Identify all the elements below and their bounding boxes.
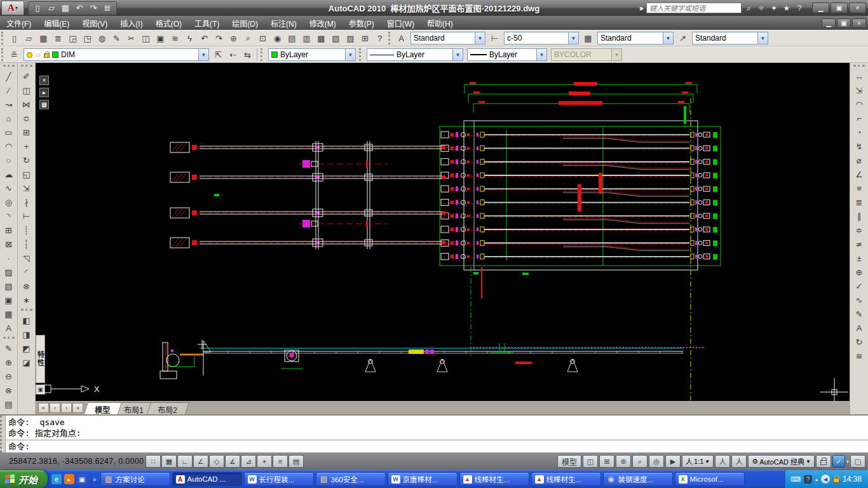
- pan-icon[interactable]: ⊛: [616, 455, 631, 468]
- minimize-button[interactable]: ▁: [812, 3, 829, 13]
- toolbar-grip[interactable]: [388, 32, 393, 44]
- ordinate-dim-icon[interactable]: ⌐: [851, 111, 867, 125]
- restore-button[interactable]: ▣: [831, 3, 848, 13]
- infocenter-expand-icon[interactable]: ▶: [640, 5, 644, 11]
- multileader-style-combo[interactable]: Standard▼: [692, 32, 768, 44]
- osnap-toggle[interactable]: ◇: [209, 455, 224, 468]
- mtext-icon[interactable]: A: [1, 321, 17, 335]
- extend-icon[interactable]: ⊢: [19, 209, 34, 223]
- layer-properties-manager-icon[interactable]: ≞: [7, 48, 22, 62]
- join-icon[interactable]: ∗: [19, 293, 34, 307]
- diameter-dim-icon[interactable]: ⌀: [851, 153, 867, 167]
- copy-clip-icon[interactable]: ◫: [139, 31, 153, 45]
- search-icon[interactable]: ⌕: [743, 4, 754, 13]
- favorites-icon[interactable]: ★: [782, 4, 792, 13]
- aligned-dim-icon[interactable]: ⇲: [851, 83, 867, 97]
- undo-icon[interactable]: ↶: [73, 3, 86, 14]
- paste-icon[interactable]: ▣: [153, 31, 168, 45]
- ducs-toggle[interactable]: ⊿: [241, 455, 256, 468]
- zoom-realtime-icon[interactable]: ⌕: [241, 31, 255, 45]
- menu-item[interactable]: 绘图(D): [226, 16, 264, 30]
- redo-icon[interactable]: ↷: [212, 31, 226, 45]
- showmotion-icon[interactable]: ▶: [665, 455, 681, 468]
- quick-launch-overflow-icon[interactable]: »: [92, 476, 98, 483]
- point-icon[interactable]: ∙: [1, 251, 17, 265]
- zoom-window-icon[interactable]: ⊡: [255, 31, 270, 45]
- doc-restore-button[interactable]: ▣: [837, 18, 851, 28]
- annotation-visibility-icon[interactable]: 人: [715, 455, 730, 468]
- toolbar-grip[interactable]: [261, 48, 265, 61]
- ie-icon[interactable]: e: [51, 474, 62, 484]
- open-icon[interactable]: ▱: [22, 31, 36, 45]
- hide-icons-chevron[interactable]: ◀: [821, 475, 830, 484]
- taskbar-window-button[interactable]: 线棒材生...: [459, 472, 529, 486]
- layer-previous-icon[interactable]: ⇠: [226, 48, 240, 62]
- toolbar-grip[interactable]: [3, 337, 15, 340]
- subscription-icon[interactable]: ✧: [756, 4, 766, 13]
- tray-arrow-icon[interactable]: ▴: [815, 477, 818, 482]
- plot-icon[interactable]: ≣: [51, 31, 65, 45]
- toolbar-grip[interactable]: [3, 65, 15, 68]
- close-reference-icon[interactable]: ⊗: [1, 383, 17, 397]
- fillet-icon[interactable]: ◜: [19, 265, 34, 279]
- circle-icon[interactable]: ○: [1, 153, 17, 167]
- dim-style-icon[interactable]: ≋: [851, 349, 867, 363]
- first-tab-button[interactable]: «: [38, 403, 49, 413]
- toolbar-lock-icon[interactable]: [816, 455, 831, 468]
- chevron-down-icon[interactable]: ▼: [198, 49, 208, 60]
- application-menu-button[interactable]: A▾: [1, 1, 24, 15]
- taskbar-window-button[interactable]: 360安全...: [316, 472, 386, 486]
- menu-item[interactable]: 窗口(W): [381, 16, 421, 30]
- linetype-combo[interactable]: ByLayer ▼: [367, 48, 463, 61]
- erase-icon[interactable]: ✐: [19, 69, 34, 83]
- arc-icon[interactable]: ◠: [1, 139, 17, 153]
- next-tab-button[interactable]: ›: [61, 403, 72, 413]
- edit-reference-icon[interactable]: ✎: [1, 341, 17, 355]
- doc-close-button[interactable]: ×: [852, 18, 866, 28]
- snap-toggle[interactable]: ∷: [146, 455, 161, 468]
- tool-palettes-icon[interactable]: ▩: [314, 31, 329, 45]
- annotation-scale-button[interactable]: 人 1:1 ▼: [682, 455, 714, 468]
- center-mark-icon[interactable]: ⊕: [851, 265, 867, 279]
- make-object-layer-current-icon[interactable]: ⇱: [211, 48, 226, 62]
- menu-item[interactable]: 格式(O): [149, 16, 188, 30]
- region-icon[interactable]: ▣: [1, 293, 17, 307]
- zoom-previous-icon[interactable]: ◉: [270, 31, 285, 45]
- gradient-icon[interactable]: ▧: [1, 279, 17, 293]
- chevron-down-icon[interactable]: ▼: [475, 32, 485, 44]
- save-icon[interactable]: ▦: [59, 3, 72, 14]
- plot-preview-icon[interactable]: ◲: [65, 31, 80, 45]
- layer-translate-icon[interactable]: ⇆: [240, 48, 255, 62]
- offset-icon[interactable]: ≎: [19, 111, 34, 125]
- dim-break-icon[interactable]: ≄: [851, 237, 867, 251]
- table-icon[interactable]: ▦: [1, 307, 17, 321]
- new-icon[interactable]: ▯: [7, 31, 22, 45]
- auto-annotation-scale-icon[interactable]: 人: [731, 455, 747, 468]
- array-icon[interactable]: ⊞: [19, 125, 34, 139]
- mirror-icon[interactable]: ⋈: [19, 97, 34, 111]
- taskbar-window-button[interactable]: 方案讨论: [100, 472, 170, 486]
- line-icon[interactable]: ╱: [1, 69, 17, 83]
- toolbar-grip[interactable]: [21, 65, 32, 68]
- chamfer-icon[interactable]: ◹: [19, 251, 34, 265]
- make-block-icon[interactable]: ⊠: [1, 237, 17, 251]
- lineweight-combo[interactable]: ByLayer ▼: [467, 48, 547, 61]
- markup-set-icon[interactable]: ▨: [343, 31, 358, 45]
- properties-icon[interactable]: ▤: [285, 31, 299, 45]
- color-combo[interactable]: ByLayer ▼: [268, 48, 356, 61]
- movie-icon[interactable]: ▣: [77, 474, 87, 484]
- start-button[interactable]: 开始: [0, 470, 48, 488]
- hatch-icon[interactable]: ▨: [1, 265, 17, 279]
- quick-properties-toggle[interactable]: ▤: [288, 455, 304, 468]
- ortho-toggle[interactable]: ∟: [177, 455, 193, 468]
- trim-icon[interactable]: ∤: [19, 195, 34, 209]
- infocenter-search-input[interactable]: [646, 3, 742, 13]
- new-icon[interactable]: ▯: [31, 3, 44, 14]
- baseline-dim-icon[interactable]: ≣: [851, 195, 867, 209]
- table-style-combo[interactable]: Standard▼: [597, 32, 674, 44]
- polar-toggle[interactable]: ∠: [193, 455, 208, 468]
- help-icon[interactable]: ?: [372, 31, 387, 45]
- close-button[interactable]: ×: [849, 3, 866, 13]
- match-properties-icon[interactable]: ≋: [168, 31, 182, 45]
- taskbar-window-button[interactable]: 京唐棒材...: [388, 472, 458, 486]
